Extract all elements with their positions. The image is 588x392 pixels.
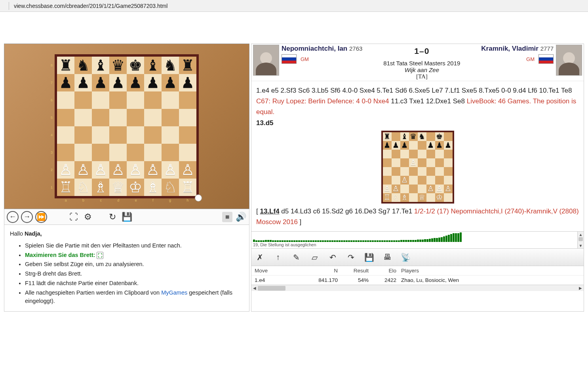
variation-move[interactable]: 13.Lf4 [260,207,279,215]
scroll-left-icon[interactable]: ◀ [251,285,258,291]
black-avatar [556,45,582,76]
eval-text: 19, Die Stellung ist ausgeglichen [251,242,584,247]
diagram-frame: ♜♝♛♞♚♟♟♟♟♟♟♙♙♙♙♙♙♙♖♘♗♕♔ [381,131,454,204]
greeting: Hallo [10,230,23,237]
black-player-block: Kramnik, Vladimir 2777 GM [481,45,554,64]
notation-panel[interactable]: 1.e4 e5 2.Sf3 Sc6 3.Lb5 Sf6 4.0-0 Sxe4 5… [251,81,584,231]
expand-board-button[interactable]: ⛶ [68,211,80,223]
col-players: Players [401,268,580,274]
scroll-thumb[interactable] [258,286,285,291]
move-indicator-dot[interactable] [195,194,202,202]
address-bar: view.chessbase.com/cbreader/2019/1/21/Ga… [0,0,588,12]
white-name: Nepomniachtchi, Ian 2763 [282,45,362,53]
board-panel: 87654321 ♜♞♝♛♚♝♞♜♟♟♟♟♟♟♟♟♙♙♙♙♙♙♙♙♖♘♗♕♔♗♘… [4,44,249,209]
nav-fast-forward-button[interactable]: ⏩ [35,211,47,223]
save-game-button[interactable]: 💾 [364,252,374,263]
help-list: Spielen Sie die Partie mit den vier Pfei… [25,242,244,306]
board-frame: 87654321 ♜♞♝♛♚♝♞♜♟♟♟♟♟♟♟♟♙♙♙♙♙♙♙♙♖♘♗♕♔♗♘… [55,54,199,198]
variation[interactable]: [ 13.Lf4 d5 14.Ld3 c6 15.Sd2 g6 16.De3 S… [256,206,579,227]
divider [9,2,9,10]
white-player-block: Nepomniachtchi, Ian 2763 GM [282,45,362,64]
highlight-button[interactable]: ✎ [291,252,301,263]
white-avatar [253,45,279,76]
scrollbar-vertical[interactable]: ▲ ▼ [577,232,584,248]
redo-button[interactable]: ↷ [346,252,356,263]
diagram-board: ♜♝♛♞♚♟♟♟♟♟♟♙♙♙♙♙♙♙♖♘♗♕♔ [383,132,453,202]
help-item: Geben Sie selbst Züge ein, um zu analysi… [25,260,244,269]
scroll-right-icon[interactable]: ▶ [577,285,584,291]
col-n: N [302,268,346,274]
black-title: GM [526,56,535,62]
diagram-wrap: ♜♝♛♞♚♟♟♟♟♟♟♙♙♙♙♙♙♙♖♘♗♕♔ [256,131,579,204]
page: 87654321 ♜♞♝♛♚♝♞♜♟♟♟♟♟♟♟♟♙♙♙♙♙♙♙♙♖♘♗♕♔♗♘… [0,12,588,316]
broadcast-button[interactable]: 📡 [400,252,411,263]
scrollbar-horizontal[interactable]: ◀ ▶ [251,285,584,291]
table-header: Move N Result Elo Players [251,266,584,276]
current-move[interactable]: 13.d5 [256,119,273,127]
maximize-hint: Maximieren Sie das Brett: ⛶ [25,252,103,258]
print-button[interactable]: 🖶 [382,252,392,263]
nav-forward-button[interactable]: → [21,211,33,223]
game-info: 1–0 81st Tata Steel Masters 2019 Wijk aa… [365,45,479,80]
reload-button[interactable]: ↻ [107,211,118,223]
nav-back-button[interactable]: ← [7,211,19,223]
sound-button[interactable]: 🔊 [235,211,247,223]
mygames-link[interactable]: MyGames [161,289,187,296]
annotator: [TA] [365,73,479,80]
scroll-down-icon[interactable]: ▼ [578,243,584,248]
moves[interactable]: 1.e4 e5 2.Sf3 Sc6 3.Lb5 Sf6 4.0-0 Sxe4 5… [256,87,572,94]
help-item: Maximieren Sie das Brett: ⛶ [25,251,244,260]
white-identity: GM [282,54,362,64]
analysis-toolbar: ✗ ↑ ✎ ▱ ↶ ↷ 💾 🖶 📡 [251,249,584,266]
scroll-up-icon[interactable]: ▲ [578,232,584,237]
moves-table: Move N Result Elo Players 1.e4 841.170 5… [251,266,584,291]
save-button[interactable]: 💾 [121,211,133,223]
flag-ru-icon [282,54,297,64]
annotation: C67: Ruy Lopez: Berlin Defence: 4 0-0 Nx… [256,97,389,105]
help-panel: Hallo Nadja, Spielen Sie die Partie mit … [4,225,249,312]
black-identity: GM [526,54,554,64]
left-column: 87654321 ♜♞♝♛♚♝♞♜♟♟♟♟♟♟♟♟♙♙♙♙♙♙♙♙♖♘♗♕♔♗♘… [4,44,249,312]
site: Wijk aan Zee [365,67,479,73]
expand-icon: ⛶ [97,252,103,259]
col-elo: Elo [373,268,401,274]
help-item: F11 lädt die nächste Partie einer Datenb… [25,279,244,288]
rank-labels: 87654321 [51,57,53,196]
scroll-thumb[interactable] [578,237,583,241]
eraser-button[interactable]: ▱ [309,252,320,263]
eval-panel: 19, Die Stellung ist ausgeglichen ▲ ▼ [251,231,584,249]
help-item: Spielen Sie die Partie mit den vier Pfei… [25,242,244,250]
engine-button[interactable]: ⚙ [82,211,94,223]
col-result: Result [346,268,373,274]
chess-board[interactable]: ♜♞♝♛♚♝♞♜♟♟♟♟♟♟♟♟♙♙♙♙♙♙♙♙♖♘♗♕♔♗♘♖ [57,57,196,196]
help-item: Strg-B dreht das Brett. [25,270,244,278]
black-name: Kramnik, Vladimir 2777 [481,45,554,53]
col-move: Move [255,268,302,274]
moves[interactable]: 11.c3 Txe1 12.Dxe1 Se8 [389,97,466,105]
help-item: Alle nachgespielten Partien werden im Cl… [25,289,244,306]
file-labels: abcdefgh [57,198,196,202]
url: view.chessbase.com/cbreader/2019/1/21/Ga… [14,3,167,9]
promote-line-button[interactable]: ↑ [273,252,283,263]
undo-button[interactable]: ↶ [327,252,338,263]
event: 81st Tata Steel Masters 2019 [365,60,479,67]
minimap-button[interactable]: ▦ [222,212,232,222]
eval-graph[interactable] [251,232,584,242]
game-header: Nepomniachtchi, Ian 2763 GM 1–0 81st Tat… [251,44,584,81]
board-toolbar: ← → ⏩ ⛶ ⚙ ↻ 💾 ▦ 🔊 [4,209,249,225]
result: 1–0 [365,46,479,56]
toggle-threat-button[interactable]: ✗ [255,252,265,263]
flag-ru-icon [539,54,554,64]
username: Nadja, [25,230,42,237]
white-title: GM [301,56,309,62]
table-row[interactable]: 1.e4 841.170 54% 2422 Zhao, Lu, Bosiocic… [251,276,584,285]
right-column: Nepomniachtchi, Ian 2763 GM 1–0 81st Tat… [251,44,584,312]
